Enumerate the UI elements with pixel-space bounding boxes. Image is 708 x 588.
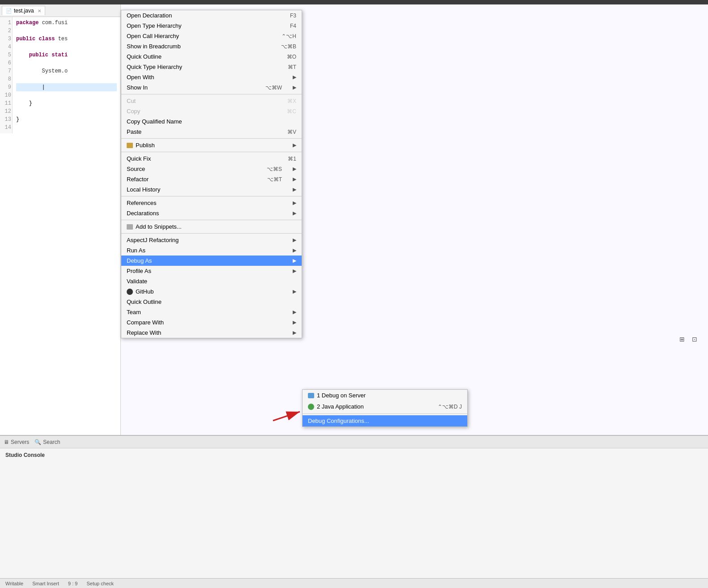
menu-item-paste[interactable]: Paste ⌘V [121, 127, 302, 137]
server-debug-icon [308, 393, 314, 398]
menu-item-show-in-breadcrumb[interactable]: Show in Breadcrumb ⌥⌘B [121, 41, 302, 51]
shortcut-open-type-hierarchy: F4 [290, 23, 296, 29]
code-line-14 [16, 124, 117, 132]
menu-item-references[interactable]: References ▶ [121, 198, 302, 208]
arrow-open-with: ▶ [293, 74, 296, 80]
status-setup-check: Setup check [86, 581, 114, 586]
menu-label-compare-with: Compare With [127, 319, 164, 326]
menu-item-declarations[interactable]: Declarations ▶ [121, 208, 302, 218]
menu-label-references: References [127, 200, 156, 206]
java-debug-icon [308, 404, 314, 410]
code-line-2 [16, 27, 117, 35]
menu-item-open-call-hierarchy[interactable]: Open Call Hierarchy ⌃⌥H [121, 31, 302, 41]
code-line-7: System.o [16, 67, 117, 75]
menu-label-quick-type-hierarchy: Quick Type Hierarchy [127, 64, 182, 70]
servers-icon: 🖥 [4, 439, 9, 445]
submenu-item-java-application[interactable]: 2 Java Application ⌃⌥⌘D J [303, 401, 467, 412]
menu-label-show-in: Show In [127, 84, 148, 91]
menu-item-quick-fix[interactable]: Quick Fix ⌘1 [121, 153, 302, 164]
menu-label-declarations: Declarations [127, 210, 159, 217]
separator-1 [121, 94, 302, 94]
tab-filename: test.java [14, 8, 34, 14]
menu-label-source: Source [127, 166, 145, 172]
arrow-compare-with: ▶ [293, 320, 296, 325]
menu-item-open-with[interactable]: Open With ▶ [121, 72, 302, 82]
menu-item-publish[interactable]: Publish ▶ [121, 140, 302, 150]
code-line-9: | [16, 83, 117, 91]
menu-label-quick-fix: Quick Fix [127, 155, 151, 162]
code-line-6 [16, 59, 117, 67]
menu-item-debug-as[interactable]: Debug As ▶ [121, 256, 302, 266]
arrow-debug-as: ▶ [293, 258, 296, 264]
tab-close-icon[interactable]: ✕ [38, 9, 41, 13]
tab-servers[interactable]: 🖥 Servers [4, 439, 29, 445]
menu-item-copy-qualified-name[interactable]: Copy Qualified Name [121, 116, 302, 127]
menu-item-replace-with[interactable]: Replace With ▶ [121, 328, 302, 338]
menu-item-quick-type-hierarchy[interactable]: Quick Type Hierarchy ⌘T [121, 62, 302, 72]
arrow-replace-with: ▶ [293, 330, 296, 336]
menu-item-add-to-snippets[interactable]: Add to Snippets... [121, 222, 302, 232]
menu-item-cut[interactable]: Cut ⌘X [121, 96, 302, 106]
code-line-11: } [16, 99, 117, 107]
top-bar [0, 0, 708, 4]
menu-item-run-as[interactable]: Run As ▶ [121, 245, 302, 256]
line-numbers: 1234 ●5 67891011121314 [0, 17, 13, 133]
menu-label-open-with: Open With [127, 74, 154, 81]
menu-label-add-to-snippets: Add to Snippets... [136, 223, 182, 230]
tab-search-label: Search [43, 439, 60, 445]
bottom-tab-bar: 🖥 Servers 🔍 Search [0, 436, 708, 448]
status-smart-insert: Smart Insert [32, 581, 59, 586]
menu-item-quick-outline[interactable]: Quick Outline ⌘O [121, 51, 302, 62]
shortcut-quick-fix: ⌘1 [288, 156, 296, 162]
menu-label-github: GitHub [136, 288, 154, 295]
menu-item-validate[interactable]: Validate [121, 276, 302, 286]
menu-item-github[interactable]: GitHub ▶ [121, 286, 302, 297]
submenu-item-debug-configurations[interactable]: Debug Configurations... [303, 415, 467, 426]
separator-4 [121, 196, 302, 196]
studio-console-label: Studio Console [0, 448, 708, 462]
status-position: 9 : 9 [68, 581, 77, 586]
menu-label-replace-with: Replace With [127, 329, 161, 336]
code-area[interactable]: package com.fusi public class tes public… [13, 17, 120, 445]
menu-item-open-declaration[interactable]: Open Declaration F3 [121, 10, 302, 21]
menu-item-compare-with[interactable]: Compare With ▶ [121, 317, 302, 328]
publish-icon [127, 143, 133, 148]
menu-item-show-in[interactable]: Show In ⌥⌘W ▶ [121, 82, 302, 93]
menu-item-source[interactable]: Source ⌥⌘S ▶ [121, 164, 302, 174]
menu-label-validate: Validate [127, 278, 147, 285]
menu-item-local-history[interactable]: Local History ▶ [121, 184, 302, 195]
submenu-item-debug-on-server[interactable]: 1 Debug on Server [303, 390, 467, 401]
menu-label-quick-outline: Quick Outline [127, 53, 162, 60]
menu-label-open-declaration: Open Declaration [127, 12, 172, 19]
tab-servers-label: Servers [11, 439, 29, 445]
menu-item-open-type-hierarchy[interactable]: Open Type Hierarchy F4 [121, 21, 302, 31]
arrow-source: ▶ [293, 166, 296, 172]
tab-search[interactable]: 🔍 Search [34, 439, 60, 445]
menu-item-aspectj-refactoring[interactable]: AspectJ Refactoring ▶ [121, 235, 302, 245]
arrow-profile-as: ▶ [293, 268, 296, 274]
submenu-label-debug-configurations: Debug Configurations... [308, 418, 369, 424]
separator-6 [121, 233, 302, 234]
shortcut-quick-outline: ⌘O [287, 54, 296, 60]
menu-item-refactor[interactable]: Refactor ⌥⌘T ▶ [121, 174, 302, 184]
shortcut-open-declaration: F3 [290, 13, 296, 19]
shortcut-java-application: ⌃⌥⌘D J [438, 404, 462, 410]
snippets-icon [127, 224, 133, 230]
right-toolbar: ⊞ ⊡ [678, 335, 699, 344]
menu-item-team[interactable]: Team ▶ [121, 307, 302, 317]
separator-2 [121, 138, 302, 139]
toolbar-icon-2[interactable]: ⊡ [690, 335, 699, 344]
bottom-panel: 🖥 Servers 🔍 Search Studio Console [0, 435, 708, 578]
menu-label-paste: Paste [127, 128, 141, 135]
menu-item-copy[interactable]: Copy ⌘C [121, 106, 302, 116]
editor-tab[interactable]: 📄 test.java ✕ [2, 6, 45, 15]
code-line-3: public class tes [16, 35, 117, 43]
shortcut-quick-type-hierarchy: ⌘T [288, 64, 296, 70]
shortcut-open-call-hierarchy: ⌃⌥H [281, 33, 296, 39]
toolbar-icon-1[interactable]: ⊞ [678, 335, 687, 344]
arrow-local-history: ▶ [293, 187, 296, 192]
menu-item-profile-as[interactable]: Profile As ▶ [121, 266, 302, 276]
context-menu: Open Declaration F3 Open Type Hierarchy … [121, 10, 302, 338]
file-icon: 📄 [6, 8, 12, 14]
menu-item-quick-outline-2[interactable]: Quick Outline [121, 297, 302, 307]
